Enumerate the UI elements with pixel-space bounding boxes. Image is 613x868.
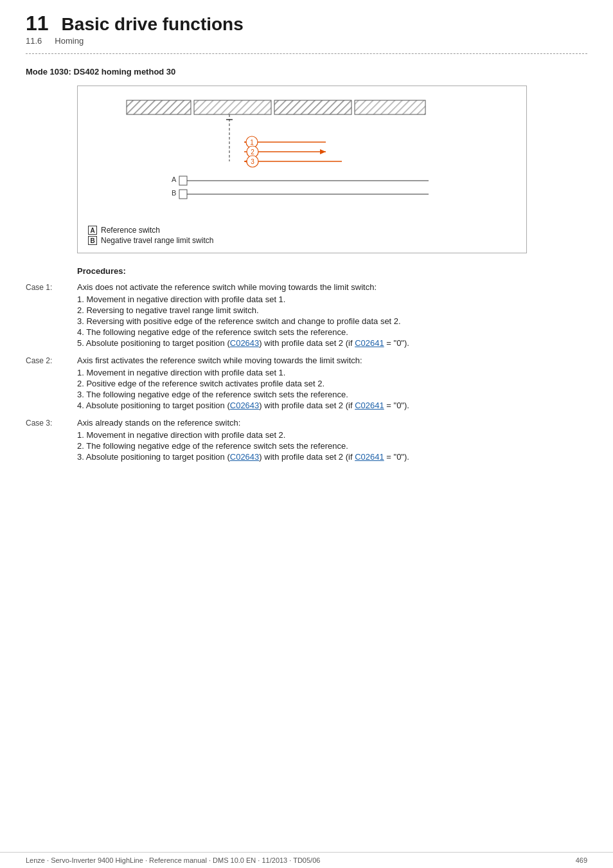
case-3-step-3: 3. Absolute positioning to target positi… [77, 452, 587, 462]
legend-a-box: A [88, 226, 97, 235]
case-1-step-4: 4. The following negative edge of the re… [77, 327, 587, 337]
case-3-step-1: 1. Movement in negative direction with p… [77, 430, 587, 440]
procedures-label: Procedures: [77, 266, 587, 276]
svg-rect-3 [355, 100, 425, 114]
section-divider [26, 53, 587, 54]
svg-text:1: 1 [250, 139, 254, 146]
homing-diagram: 1 2 3 A B [88, 94, 512, 222]
sub-title: Homing [55, 36, 84, 46]
diagram-container: 1 2 3 A B A Refer [77, 86, 527, 253]
case-block-1: Case 1:Axis does not activate the refere… [26, 282, 587, 349]
link-c02643[interactable]: C02643 [230, 452, 260, 462]
chapter-number: 11 [26, 13, 49, 33]
cases-container: Case 1:Axis does not activate the refere… [26, 282, 587, 463]
sub-section: 11.6 Homing [26, 36, 587, 46]
svg-rect-22 [179, 176, 187, 185]
case-2-step-3: 3. The following negative edge of the re… [77, 390, 587, 399]
chapter-header: 11 Basic drive functions [26, 13, 587, 35]
case-3-step-2: 2. The following negative edge of the re… [77, 441, 587, 451]
footer-right: 469 [576, 856, 587, 864]
svg-rect-0 [127, 100, 191, 114]
case-1-step-5: 5. Absolute positioning to target positi… [77, 338, 587, 348]
legend-b-text: Negative travel range limit switch [101, 236, 213, 245]
chapter-title: Basic drive functions [62, 14, 244, 35]
legend-a-text: Reference switch [101, 226, 160, 235]
case-block-3: Case 3:Axis already stands on the refere… [26, 418, 587, 463]
mode-label: Mode 1030: DS402 homing method 30 [26, 67, 587, 77]
legend-a-row: A Reference switch [88, 226, 516, 235]
case-1-step-1: 1. Movement in negative direction with p… [77, 294, 587, 304]
case-block-2: Case 2:Axis first activates the referenc… [26, 356, 587, 411]
case-title-2: Axis first activates the reference switc… [77, 356, 587, 365]
case-1-step-2: 2. Reversing to negative travel range li… [77, 305, 587, 315]
svg-text:2: 2 [251, 149, 254, 156]
case-label-1: Case 1: [26, 282, 77, 349]
diagram-svg: 1 2 3 A B [88, 94, 516, 224]
link-c02641[interactable]: C02641 [355, 338, 384, 348]
svg-text:3: 3 [251, 158, 254, 165]
svg-rect-25 [179, 190, 187, 199]
svg-rect-1 [194, 100, 271, 114]
footer: Lenze · Servo-Inverter 9400 HighLine · R… [0, 852, 613, 868]
case-2-step-4: 4. Absolute positioning to target positi… [77, 401, 587, 410]
footer-left: Lenze · Servo-Inverter 9400 HighLine · R… [26, 856, 320, 864]
case-label-2: Case 2: [26, 356, 77, 411]
case-title-1: Axis does not activate the reference swi… [77, 282, 587, 292]
case-label-3: Case 3: [26, 418, 77, 463]
link-c02643[interactable]: C02643 [230, 338, 260, 348]
case-1-step-3: 3. Reversing with positive edge of the r… [77, 316, 587, 326]
svg-rect-2 [274, 100, 351, 114]
link-c02641[interactable]: C02641 [355, 401, 384, 410]
legend-b-row: B Negative travel range limit switch [88, 236, 516, 245]
case-2-step-2: 2. Positive edge of the reference switch… [77, 379, 587, 388]
link-c02643[interactable]: C02643 [230, 401, 260, 410]
svg-text:A: A [172, 176, 177, 183]
case-2-step-1: 1. Movement in negative direction with p… [77, 368, 587, 377]
link-c02641[interactable]: C02641 [355, 452, 384, 462]
legend-b-box: B [88, 236, 97, 245]
case-title-3: Axis already stands on the reference swi… [77, 418, 587, 428]
svg-marker-13 [320, 149, 326, 154]
svg-text:B: B [172, 189, 176, 197]
sub-number: 11.6 [26, 36, 42, 46]
